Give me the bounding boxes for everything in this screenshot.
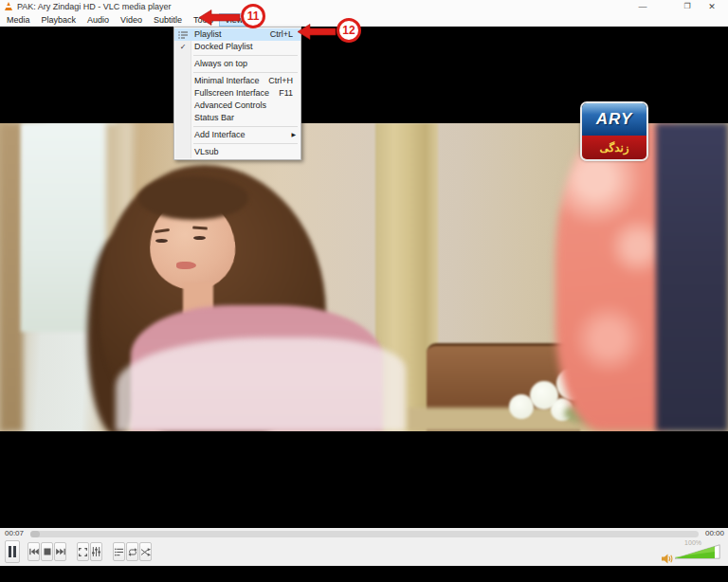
volume-slider[interactable] [675, 544, 720, 563]
pause-button[interactable] [5, 540, 20, 563]
menu-item-docked-playlist[interactable]: ✓ Docked Playlist [174, 41, 300, 53]
video-frame [0, 123, 728, 431]
menu-bar: Media Playback Audio Video Subtitle Tool… [0, 13, 728, 27]
playlist-toggle-icon [115, 548, 123, 556]
checkmark-icon: ✓ [174, 41, 191, 53]
vlc-window: PAK: Ary Zindagi HD - VLC media player —… [0, 0, 728, 582]
vlc-cone-icon [4, 2, 13, 11]
menu-item-vlsub[interactable]: VLsub [174, 146, 300, 158]
annotation-step-11: 11 [241, 4, 265, 28]
menu-separator [193, 143, 298, 144]
equalizer-icon [92, 547, 100, 556]
woman-white-dupatta [116, 337, 406, 431]
view-dropdown-menu: Playlist Ctrl+L ✓ Docked Playlist Always… [173, 27, 301, 160]
blurred-navy-figure [656, 123, 728, 431]
seek-progress [30, 531, 40, 537]
loop-icon [128, 548, 137, 556]
skip-forward-icon [56, 548, 65, 555]
stop-button[interactable] [41, 542, 53, 561]
stop-icon [44, 548, 51, 555]
title-bar: PAK: Ary Zindagi HD - VLC media player —… [0, 0, 728, 13]
close-button[interactable]: ✕ [702, 0, 721, 13]
menu-media[interactable]: Media [1, 13, 36, 27]
menu-item-status-bar[interactable]: Status Bar [174, 112, 300, 124]
menu-item-add-interface[interactable]: Add Interface ▶ [174, 129, 300, 141]
ary-logo-bottom: زندگی [582, 136, 646, 159]
minimize-button[interactable]: — [633, 0, 652, 13]
submenu-arrow-icon: ▶ [291, 129, 300, 141]
woman-lips [176, 262, 196, 269]
bottom-black-strip [0, 566, 728, 582]
time-remaining: 00:00 [705, 529, 724, 537]
window-title: PAK: Ary Zindagi HD - VLC media player [17, 0, 171, 13]
fullscreen-icon [79, 548, 87, 556]
pause-icon [8, 546, 17, 557]
curtain-left [0, 123, 23, 431]
menu-item-advanced-controls[interactable]: Advanced Controls [174, 100, 300, 112]
menu-separator [193, 72, 298, 73]
menu-item-fullscreen-interface[interactable]: Fullscreen Interface F11 [174, 87, 300, 100]
annotation-arrow-11 [199, 9, 241, 26]
extended-settings-button[interactable] [90, 542, 102, 561]
playlist-icon [174, 28, 191, 41]
shuffle-button[interactable] [139, 542, 152, 561]
seek-bar[interactable] [30, 531, 699, 537]
ary-zindagi-logo: ARY زندگی [580, 101, 648, 161]
menu-item-minimal-interface[interactable]: Minimal Interface Ctrl+H [174, 75, 300, 87]
previous-button[interactable] [27, 542, 40, 561]
woman-hair-fringe [138, 176, 248, 220]
time-elapsed: 00:07 [5, 529, 24, 537]
woman-eye-left [155, 239, 168, 243]
menu-separator [193, 126, 298, 127]
woman-eye-right [193, 236, 206, 240]
toggle-playlist-button[interactable] [113, 542, 125, 561]
menu-item-playlist[interactable]: Playlist Ctrl+L [174, 28, 300, 41]
control-bar: 00:07 00:00 [0, 528, 728, 566]
ary-logo-top: ARY [582, 103, 646, 136]
next-button[interactable] [54, 542, 66, 561]
menu-audio[interactable]: Audio [82, 13, 115, 27]
annotation-step-12: 12 [337, 18, 361, 43]
menu-separator [193, 55, 298, 56]
menu-item-always-on-top[interactable]: Always on top [174, 58, 300, 70]
shuffle-icon [141, 548, 151, 556]
restore-button[interactable]: ❐ [678, 0, 697, 13]
menu-video[interactable]: Video [115, 13, 148, 27]
skip-back-icon [29, 548, 39, 555]
annotation-arrow-12 [298, 24, 337, 40]
fullscreen-button[interactable] [77, 542, 89, 561]
menu-subtitle[interactable]: Subtitle [148, 13, 188, 27]
menu-playback[interactable]: Playback [36, 13, 82, 27]
loop-button[interactable] [126, 542, 138, 561]
